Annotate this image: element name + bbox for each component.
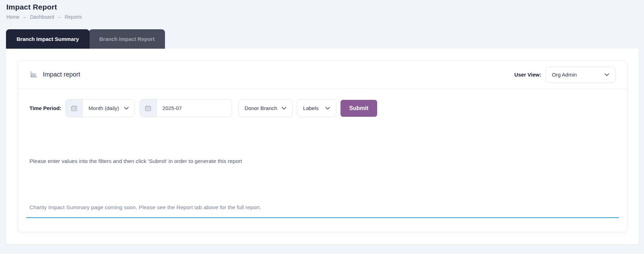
breadcrumb-reports[interactable]: Reports — [65, 14, 82, 20]
chevron-down-icon — [325, 107, 330, 110]
coming-soon-text: Charity Impact Summary page coming soon.… — [30, 204, 615, 211]
breadcrumb: Home – Dashboard – Reports — [6, 14, 638, 20]
breadcrumb-home[interactable]: Home — [6, 14, 19, 20]
tab-label: Branch Impact Summary — [17, 36, 79, 42]
chevron-down-icon — [124, 107, 129, 110]
breadcrumb-dashboard[interactable]: Dashboard — [30, 14, 54, 20]
user-view-select[interactable]: Org Admin — [546, 67, 615, 83]
chevron-down-icon — [282, 107, 286, 110]
area-chart-icon — [30, 71, 38, 78]
labels-placeholder: Labels — [303, 105, 319, 111]
period-type-select[interactable]: Month (daily) — [82, 99, 135, 117]
breadcrumb-separator: – — [23, 14, 26, 20]
calendar-icon — [140, 99, 157, 117]
tab-branch-impact-report[interactable]: Branch Impact Report — [89, 29, 165, 49]
report-panel: Impact report User View: Org Admin Time … — [6, 49, 639, 244]
donor-branch-select[interactable]: Donor Branch — [238, 99, 293, 117]
period-type-selected-value: Month (daily) — [88, 105, 119, 111]
time-period-label: Time Period: — [30, 105, 62, 111]
page-title: Impact Report — [6, 3, 638, 11]
report-tabs: Branch Impact Summary Branch Impact Repo… — [6, 29, 644, 49]
tab-branch-impact-summary[interactable]: Branch Impact Summary — [6, 29, 90, 49]
breadcrumb-separator: – — [58, 14, 61, 20]
user-view-selected-value: Org Admin — [552, 72, 577, 78]
period-type-group: Month (daily) — [65, 99, 135, 117]
card-header: Impact report User View: Org Admin — [18, 61, 627, 89]
tab-label: Branch Impact Report — [99, 36, 155, 42]
impact-report-card: Impact report User View: Org Admin Time … — [18, 60, 627, 232]
user-view-label: User View: — [514, 72, 541, 78]
donor-branch-placeholder: Donor Branch — [245, 105, 277, 111]
filter-instruction-text: Please enter values into the filters and… — [30, 158, 615, 164]
calendar-icon — [66, 99, 82, 117]
filter-row: Time Period: Month — [18, 89, 627, 117]
submit-button[interactable]: Submit — [341, 100, 377, 117]
blue-divider — [26, 217, 619, 218]
period-value-group — [140, 99, 232, 117]
card-title: Impact report — [43, 71, 80, 78]
chevron-down-icon — [605, 73, 609, 76]
page-header: Impact Report Home – Dashboard – Reports — [0, 0, 644, 20]
period-value-input[interactable] — [157, 99, 232, 117]
user-view-group: User View: Org Admin — [514, 67, 615, 83]
labels-select[interactable]: Labels — [297, 99, 336, 117]
